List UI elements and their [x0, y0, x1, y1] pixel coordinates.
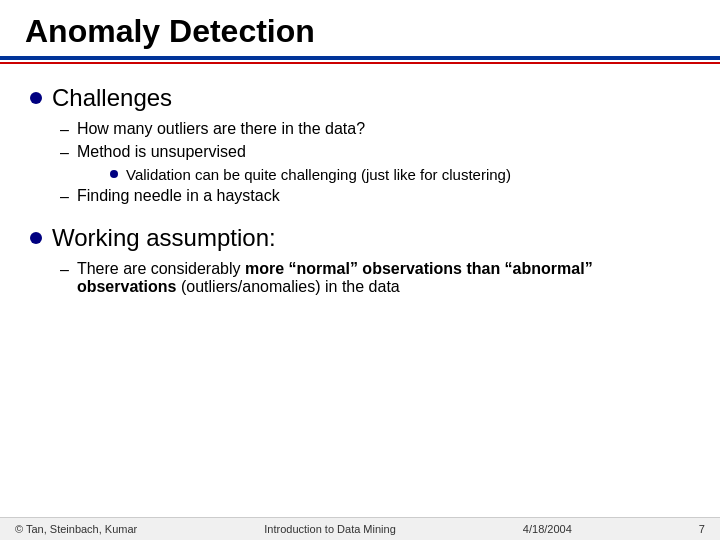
slide-header: Anomaly Detection: [0, 0, 720, 56]
challenge-item-2: – Method is unsupervised: [60, 143, 690, 162]
footer-copyright: © Tan, Steinbach, Kumar: [15, 523, 137, 535]
section-challenges-header: Challenges: [30, 84, 690, 112]
challenge-text-3: Finding needle in a haystack: [77, 187, 280, 205]
challenge-text-1: How many outliers are there in the data?: [77, 120, 365, 138]
nested-text-1: Validation can be quite challenging (jus…: [126, 166, 511, 183]
dash-4: –: [60, 261, 69, 279]
nested-item-1: Validation can be quite challenging (jus…: [110, 166, 690, 183]
nested-bullet-1: [110, 170, 118, 178]
working-item-1: – There are considerably more “normal” o…: [60, 260, 690, 296]
dash-1: –: [60, 121, 69, 139]
divider-thin: [0, 62, 720, 64]
challenge-text-2: Method is unsupervised: [77, 143, 246, 161]
section-working-assumption: Working assumption: – There are consider…: [30, 224, 690, 296]
bullet-circle-working: [30, 232, 42, 244]
working-sub-items: – There are considerably more “normal” o…: [60, 260, 690, 296]
slide: Anomaly Detection Challenges – How many …: [0, 0, 720, 540]
slide-footer: © Tan, Steinbach, Kumar Introduction to …: [0, 517, 720, 540]
section-working-title: Working assumption:: [52, 224, 276, 252]
section-working-header: Working assumption:: [30, 224, 690, 252]
dash-2: –: [60, 144, 69, 162]
bullet-circle-challenges: [30, 92, 42, 104]
challenge-item-1: – How many outliers are there in the dat…: [60, 120, 690, 139]
footer-center: Introduction to Data Mining: [264, 523, 395, 535]
bold-normal: more “normal” observations than “abnorma…: [77, 260, 593, 295]
challenge-nested: Validation can be quite challenging (jus…: [110, 166, 690, 183]
slide-content: Challenges – How many outliers are there…: [0, 76, 720, 517]
section-challenges-title: Challenges: [52, 84, 172, 112]
section-challenges: Challenges – How many outliers are there…: [30, 84, 690, 206]
working-text-1: There are considerably more “normal” obs…: [77, 260, 690, 296]
footer-page: 7: [699, 523, 705, 535]
challenge-item-3: – Finding needle in a haystack: [60, 187, 690, 206]
dash-3: –: [60, 188, 69, 206]
footer-date: 4/18/2004: [523, 523, 572, 535]
slide-title: Anomaly Detection: [25, 12, 695, 50]
divider-thick: [0, 56, 720, 60]
challenges-sub-items: – How many outliers are there in the dat…: [60, 120, 690, 206]
